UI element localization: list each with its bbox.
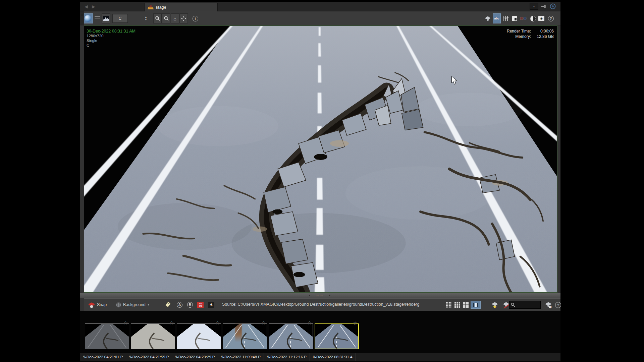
- view-large-grid-button[interactable]: [462, 301, 470, 309]
- forward-icon: ▶: [92, 4, 95, 9]
- linked-pane-icon[interactable]: [550, 3, 556, 9]
- viewer-help-button[interactable]: ?: [547, 13, 555, 23]
- thumbnail-sky: [269, 324, 313, 349]
- svg-text:★: ★: [493, 304, 497, 309]
- auto-update-button[interactable]: AU TO: [197, 300, 204, 309]
- snapshot-toolbar: Snap Background ▼ A B AU TO ✱ Source: C:…: [84, 298, 560, 311]
- thumbnail-timestamp: 9-Dec-2022 04:21:01 P: [80, 353, 126, 361]
- image-info-button[interactable]: i: [191, 13, 200, 23]
- thumbnail-sky: [177, 324, 221, 349]
- gallery-thumbnail-selected[interactable]: ☆: [315, 323, 359, 349]
- render-view-button[interactable]: [83, 13, 93, 23]
- tab-label: stage: [156, 5, 166, 10]
- background-label: Background: [123, 302, 146, 307]
- thumbnail-timestamp: 9-Dec-2022 04:23:29 P: [172, 353, 218, 361]
- fit-view-button[interactable]: [179, 13, 188, 23]
- abc-icon: abc: [494, 17, 499, 20]
- splitter-down-icon: ▼: [328, 294, 331, 297]
- tab-stage[interactable]: stage: [145, 3, 218, 11]
- render-viewport[interactable]: 30-Dec-2022 08:31:31 AM 1280x720 Single …: [84, 25, 557, 293]
- thumbnail-timestamp: 9-Dec-2022 11:12:16 P: [264, 353, 310, 361]
- star-outline-icon: ☆: [215, 320, 220, 325]
- nav-back-button[interactable]: ◀: [83, 3, 90, 10]
- view-medium-grid-button[interactable]: [453, 301, 461, 309]
- zoom-out-icon: [164, 16, 169, 21]
- tag-button[interactable]: [165, 300, 171, 309]
- mushroom-star-icon: ★: [491, 301, 499, 309]
- thumbnail-sky: [223, 324, 267, 349]
- gallery-help-button[interactable]: ?: [554, 301, 562, 309]
- gallery-thumbnail[interactable]: ☆: [177, 323, 221, 349]
- zoom-in-icon: [155, 16, 160, 21]
- help-icon: ?: [548, 16, 554, 21]
- help-icon: ?: [555, 302, 561, 308]
- adapt-levels-button[interactable]: [501, 13, 509, 23]
- preview-button[interactable]: ◉: [537, 13, 545, 23]
- view-small-grid-button[interactable]: [444, 301, 452, 309]
- gallery-search[interactable]: [509, 301, 541, 309]
- pane-tab-bar: ◀ ▶ stage ▼: [80, 2, 560, 11]
- memory-value: 12.86 GB: [533, 34, 554, 39]
- home-icon: ⌂: [173, 16, 176, 21]
- thumbnail-sky: [315, 324, 358, 349]
- star-outline-icon: ☆: [123, 320, 128, 325]
- gallery-snapshot-button[interactable]: [484, 13, 492, 23]
- nav-forward-button[interactable]: ▶: [90, 3, 97, 10]
- auto-line1: AU: [197, 302, 204, 305]
- snapshot-a-button[interactable]: A: [177, 300, 182, 309]
- view-strip-button[interactable]: [471, 301, 481, 309]
- background-caret-icon: ▼: [147, 303, 150, 306]
- pane-gutter: ▲: [80, 11, 84, 25]
- show-overlays-button[interactable]: abc: [493, 13, 501, 23]
- search-input[interactable]: [517, 303, 538, 307]
- pin-icon[interactable]: [541, 4, 547, 9]
- home-view-button[interactable]: ⌂: [171, 13, 179, 23]
- tag-icon: [165, 302, 171, 308]
- star-outline-icon: ☆: [353, 320, 357, 326]
- image-info-list-button[interactable]: [94, 13, 101, 23]
- gallery-thumbnail[interactable]: ☆: [85, 323, 129, 349]
- source-path: Source: C:/Users/VFXMAGIC/Desktop/Ground…: [222, 302, 439, 307]
- globe-icon: [116, 302, 121, 308]
- display-plane-dropdown[interactable]: C: [112, 14, 128, 23]
- zoom-out-button[interactable]: [162, 13, 170, 23]
- stage-icon: [148, 5, 154, 10]
- render-time-value: 0:00:06: [533, 29, 554, 34]
- mushroom-icon: [485, 16, 491, 21]
- background-image-button[interactable]: [511, 13, 519, 23]
- pane-splitter[interactable]: ▲ ⋯⋯ ▼: [80, 293, 560, 298]
- mushroom-gear-icon: ✱: [544, 301, 552, 309]
- pane-menu-button[interactable]: ▼: [530, 3, 538, 10]
- zoom-in-button[interactable]: [153, 13, 162, 23]
- snapshot-settings-button[interactable]: ✱: [208, 300, 214, 309]
- eye-icon: ◉: [538, 16, 544, 21]
- render-time-label: Render Time:: [507, 29, 531, 34]
- contrast-button[interactable]: [529, 13, 537, 23]
- snapshot-b-button[interactable]: B: [187, 300, 193, 309]
- spinner-up-icon: ▲: [145, 16, 147, 18]
- gallery-thumbnail[interactable]: ☆: [131, 323, 175, 349]
- auto-line2: TO: [197, 305, 204, 307]
- splitter-handle[interactable]: ▲ ⋯⋯ ▼: [308, 294, 331, 297]
- caret-down-icon: ▼: [533, 5, 535, 8]
- memory-label: Memory:: [507, 34, 531, 39]
- gallery-thumbnail[interactable]: ☆: [223, 323, 267, 349]
- gallery-settings-button[interactable]: ✱: [544, 301, 553, 309]
- gallery-thumbnail[interactable]: ☆: [269, 323, 313, 349]
- filter-favorites-button[interactable]: ★: [490, 301, 499, 309]
- fit-arrows-icon: [181, 16, 186, 21]
- render-plane: C: [87, 43, 136, 48]
- snap-label: Snap: [97, 302, 107, 307]
- stereo-glasses-button[interactable]: [519, 13, 528, 23]
- background-dropdown[interactable]: Background ▼: [116, 300, 150, 309]
- snapshot-gallery: ☆ ☆ ☆ ☆: [80, 311, 560, 362]
- strip-view-icon: [473, 302, 479, 308]
- large-grid-icon: [463, 302, 469, 308]
- houdini-render-gallery-pane: ◀ ▶ stage ▼: [80, 2, 560, 362]
- histogram-button[interactable]: [102, 13, 110, 23]
- snap-button[interactable]: Snap: [88, 300, 107, 309]
- plane-spinner[interactable]: ▲ ▼: [143, 14, 149, 22]
- contrast-icon: [530, 16, 536, 21]
- levels-bars-icon: [503, 16, 508, 21]
- info-icon: i: [193, 16, 198, 21]
